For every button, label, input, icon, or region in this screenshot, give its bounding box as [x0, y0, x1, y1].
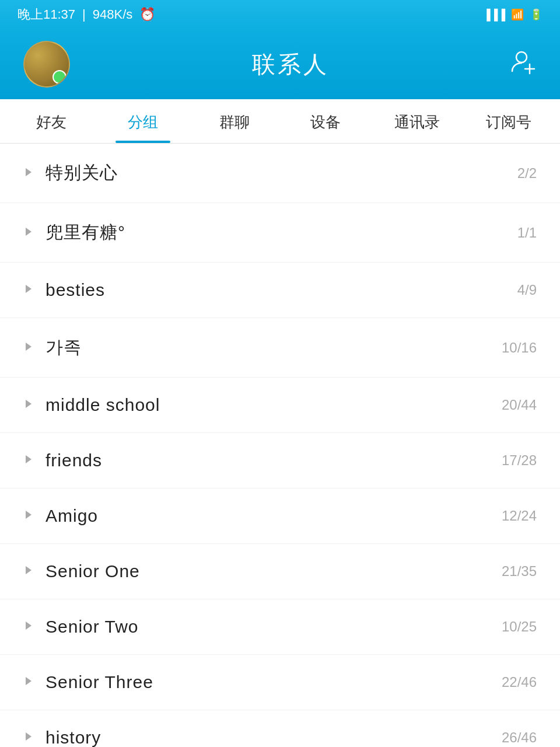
group-count: 1/1 [517, 225, 537, 241]
svg-marker-5 [26, 285, 32, 293]
status-battery: 🔋 [530, 8, 542, 21]
status-bar: 晚上11:37 | 948K/s ⏰ ▐▐▐ 📶 🔋 [0, 0, 560, 29]
add-contact-button[interactable] [511, 49, 537, 80]
group-count: 17/28 [502, 452, 537, 469]
svg-marker-12 [26, 677, 32, 685]
status-wifi: 📶 [511, 8, 524, 21]
tabs: 好友 分组 群聊 设备 通讯录 订阅号 [0, 99, 560, 144]
chevron-right-icon [23, 453, 34, 468]
status-signal: ▐▐▐ [483, 9, 505, 21]
chevron-right-icon [23, 282, 34, 298]
page-title: 联系人 [252, 48, 329, 81]
svg-point-0 [516, 52, 527, 62]
group-count: 10/16 [502, 340, 537, 356]
tab-contacts[interactable]: 通讯录 [372, 99, 463, 143]
status-time: 晚上11:37 [18, 6, 75, 23]
group-name: 特别关心 [46, 161, 517, 185]
svg-marker-3 [26, 168, 32, 176]
svg-marker-4 [26, 228, 32, 236]
chevron-right-icon [23, 730, 34, 745]
group-count: 22/46 [502, 674, 537, 690]
group-name: history [46, 728, 502, 747]
svg-marker-6 [26, 343, 32, 351]
svg-marker-13 [26, 732, 32, 741]
list-item[interactable]: besties 4/9 [0, 263, 560, 318]
group-count: 10/25 [502, 619, 537, 635]
list-item[interactable]: Senior Three 22/46 [0, 655, 560, 710]
tab-subscriptions[interactable]: 订阅号 [463, 99, 554, 143]
svg-marker-11 [26, 622, 32, 630]
group-count: 26/46 [502, 729, 537, 746]
group-name: friends [46, 451, 502, 470]
list-item[interactable]: 特别关心 2/2 [0, 144, 560, 203]
chevron-right-icon [23, 397, 34, 413]
status-network: 948K/s [93, 7, 133, 22]
list-item[interactable]: Amigo 12/24 [0, 488, 560, 544]
group-count: 20/44 [502, 397, 537, 413]
svg-marker-8 [26, 455, 32, 463]
list-item[interactable]: Senior One 21/35 [0, 544, 560, 599]
chevron-right-icon [23, 508, 34, 523]
chevron-right-icon [23, 340, 34, 355]
tab-groups[interactable]: 分组 [97, 99, 189, 143]
status-right: ▐▐▐ 📶 🔋 [483, 8, 542, 21]
group-count: 2/2 [517, 165, 537, 181]
avatar[interactable] [23, 41, 70, 88]
tab-devices[interactable]: 设备 [280, 99, 372, 143]
svg-marker-9 [26, 511, 32, 519]
tab-friends[interactable]: 好友 [6, 99, 97, 143]
status-alarm: ⏰ [139, 7, 155, 22]
list-item[interactable]: friends 17/28 [0, 433, 560, 488]
group-name: middle school [46, 395, 502, 415]
chevron-right-icon [23, 225, 34, 240]
group-count: 21/35 [502, 563, 537, 580]
list-item[interactable]: Senior Two 10/25 [0, 599, 560, 655]
group-count: 4/9 [517, 282, 537, 298]
group-name: Amigo [46, 506, 502, 526]
group-name: 가족 [46, 336, 502, 359]
group-name: Senior One [46, 561, 502, 581]
list-item[interactable]: 가족 10/16 [0, 318, 560, 378]
status-left: 晚上11:37 | 948K/s ⏰ [18, 6, 155, 23]
group-name: Senior Three [46, 672, 502, 692]
list-item[interactable]: 兜里有糖° 1/1 [0, 203, 560, 263]
svg-marker-7 [26, 400, 32, 408]
group-name: 兜里有糖° [46, 221, 517, 245]
group-count: 12/24 [502, 508, 537, 524]
chevron-right-icon [23, 166, 34, 181]
groups-list: 特别关心 2/2 兜里有糖° 1/1 besties 4/9 [0, 144, 560, 747]
group-name: besties [46, 280, 517, 300]
list-item[interactable]: history 26/46 [0, 710, 560, 747]
status-separator: | [82, 7, 86, 22]
svg-marker-10 [26, 566, 32, 574]
chevron-right-icon [23, 564, 34, 579]
header: 联系人 [0, 29, 560, 99]
list-item[interactable]: middle school 20/44 [0, 378, 560, 433]
chevron-right-icon [23, 619, 34, 634]
tab-groupchat[interactable]: 群聊 [188, 99, 280, 143]
group-name: Senior Two [46, 617, 502, 637]
chevron-right-icon [23, 675, 34, 690]
